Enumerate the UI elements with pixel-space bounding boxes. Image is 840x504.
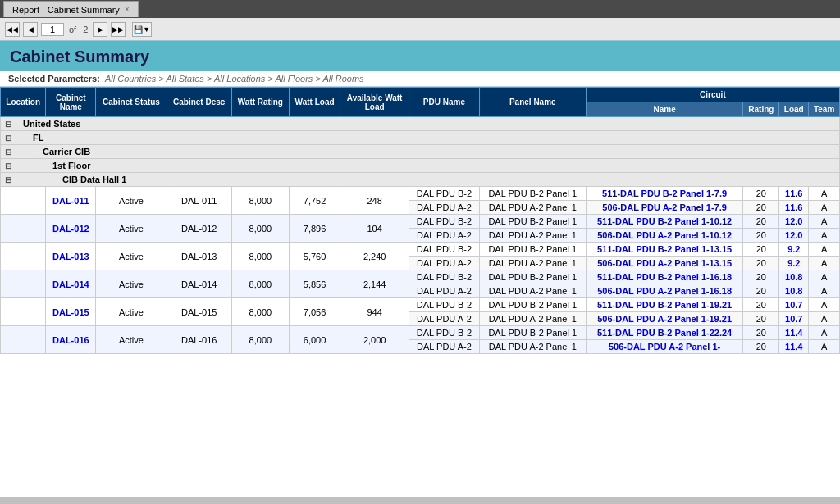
nav-last-button[interactable]: ▶▶ <box>111 22 126 37</box>
circuit-name-cell: 511-DAL PDU B-2 Panel 1-22.24 <box>586 326 743 340</box>
avail-watt-cell: 2,000 <box>340 326 409 354</box>
cabinet-status-cell: Active <box>96 270 167 298</box>
pdu-name-cell: DAL PDU B-2 <box>409 243 480 257</box>
circuit-rating-cell: 20 <box>743 312 779 326</box>
cabinet-name-cell[interactable]: DAL-012 <box>46 215 96 243</box>
panel-name-cell: DAL PDU A-2 Panel 1 <box>479 229 586 243</box>
col-pdu-name: PDU Name <box>409 88 480 117</box>
pdu-name-cell: DAL PDU A-2 <box>409 257 480 270</box>
col-panel-name: Panel Name <box>479 88 586 117</box>
watt-rating-cell: 8,000 <box>231 243 289 270</box>
cabinet-name-cell[interactable]: DAL-011 <box>46 187 96 215</box>
cabinet-desc-cell: DAL-011 <box>167 187 231 215</box>
circuit-load-cell: 11.4 <box>779 326 809 340</box>
pdu-name-cell: DAL PDU B-2 <box>409 215 480 229</box>
panel-name-cell: DAL PDU B-2 Panel 1 <box>479 215 586 229</box>
report-title: Cabinet Summary <box>10 48 830 66</box>
group-label: Carrier CIB <box>13 147 90 157</box>
cabinet-status-cell: Active <box>96 298 167 326</box>
circuit-load-cell: 12.0 <box>779 229 809 243</box>
watt-load-cell: 7,752 <box>289 187 340 215</box>
export-button[interactable]: 💾 ▼ <box>132 22 152 37</box>
circuit-team-cell: A <box>809 284 840 298</box>
cabinet-desc-cell: DAL-014 <box>167 270 231 298</box>
circuit-team-cell: A <box>809 270 840 284</box>
panel-name-cell: DAL PDU A-2 Panel 1 <box>479 201 586 215</box>
group-row: ⊟United States <box>1 117 840 131</box>
table-row: DAL-011ActiveDAL-0118,0007,752248DAL PDU… <box>1 187 840 201</box>
col-circuit-name: Name <box>586 102 743 117</box>
circuit-rating-cell: 20 <box>743 326 779 340</box>
panel-name-cell: DAL PDU A-2 Panel 1 <box>479 312 586 326</box>
circuit-team-cell: A <box>809 187 840 201</box>
panel-name-cell: DAL PDU B-2 Panel 1 <box>479 326 586 340</box>
circuit-rating-cell: 20 <box>743 243 779 257</box>
circuit-name-cell: 511-DAL PDU B-2 Panel 1-7.9 <box>586 187 743 201</box>
location-cell <box>1 215 46 243</box>
nav-next-button[interactable]: ▶ <box>93 22 107 37</box>
circuit-team-cell: A <box>809 312 840 326</box>
pdu-name-cell: DAL PDU B-2 <box>409 187 480 201</box>
cabinet-desc-cell: DAL-012 <box>167 215 231 243</box>
group-label: FL <box>13 133 43 143</box>
nav-prev-button[interactable]: ◀ <box>23 22 38 37</box>
circuit-load-cell: 12.0 <box>779 215 809 229</box>
col-cabinet-name: CabinetName <box>46 88 96 117</box>
table-row: DAL-016ActiveDAL-0168,0006,0002,000DAL P… <box>1 326 840 340</box>
avail-watt-cell: 248 <box>340 187 409 215</box>
params-label: Selected Parameters: <box>8 74 100 84</box>
cabinet-status-cell: Active <box>96 326 167 354</box>
watt-load-cell: 5,760 <box>289 243 340 270</box>
circuit-team-cell: A <box>809 229 840 243</box>
col-avail-watt: Available WattLoad <box>340 88 409 117</box>
cabinet-name-cell[interactable]: DAL-014 <box>46 270 96 298</box>
export-dropdown-icon: ▼ <box>143 25 150 34</box>
pdu-name-cell: DAL PDU A-2 <box>409 201 480 215</box>
location-cell <box>1 326 46 354</box>
circuit-team-cell: A <box>809 298 840 312</box>
panel-name-cell: DAL PDU B-2 Panel 1 <box>479 243 586 257</box>
watt-load-cell: 5,856 <box>289 270 340 298</box>
group-label: CIB Data Hall 1 <box>13 175 126 184</box>
circuit-name-cell: 506-DAL PDU A-2 Panel 1-16.18 <box>586 284 743 298</box>
circuit-rating-cell: 20 <box>743 201 779 215</box>
circuit-rating-cell: 20 <box>743 187 779 201</box>
circuit-team-cell: A <box>809 215 840 229</box>
avail-watt-cell: 944 <box>340 298 409 326</box>
group-row: ⊟1st Floor <box>1 159 840 173</box>
col-circuit-group: Circuit <box>586 88 839 102</box>
pdu-name-cell: DAL PDU B-2 <box>409 270 480 284</box>
avail-watt-cell: 2,144 <box>340 270 409 298</box>
pdu-name-cell: DAL PDU A-2 <box>409 340 480 354</box>
report-tab[interactable]: Report - Cabinet Summary × <box>3 1 139 17</box>
cabinet-name-cell[interactable]: DAL-016 <box>46 326 96 354</box>
circuit-load-cell: 10.8 <box>779 284 809 298</box>
cabinet-status-cell: Active <box>96 187 167 215</box>
location-cell <box>1 187 46 215</box>
circuit-load-cell: 10.7 <box>779 312 809 326</box>
circuit-name-cell: 511-DAL PDU B-2 Panel 1-16.18 <box>586 270 743 284</box>
watt-load-cell: 7,056 <box>289 298 340 326</box>
panel-name-cell: DAL PDU B-2 Panel 1 <box>479 270 586 284</box>
circuit-load-cell: 9.2 <box>779 243 809 257</box>
nav-first-button[interactable]: ◀◀ <box>5 22 20 37</box>
col-circuit-rating: Rating <box>743 102 779 117</box>
watt-load-cell: 7,896 <box>289 215 340 243</box>
cabinet-desc-cell: DAL-015 <box>167 298 231 326</box>
tab-close-icon[interactable]: × <box>125 5 130 14</box>
circuit-rating-cell: 20 <box>743 270 779 284</box>
circuit-rating-cell: 20 <box>743 284 779 298</box>
tab-bar: Report - Cabinet Summary × <box>0 0 840 18</box>
page-number-input[interactable] <box>41 23 64 36</box>
location-cell <box>1 270 46 298</box>
group-row: ⊟Carrier CIB <box>1 145 840 159</box>
circuit-rating-cell: 20 <box>743 257 779 270</box>
col-location: Location <box>1 88 46 117</box>
table-body: ⊟United States⊟FL⊟Carrier CIB⊟1st Floor⊟… <box>1 117 840 354</box>
table-row: DAL-013ActiveDAL-0138,0005,7602,240DAL P… <box>1 243 840 257</box>
circuit-team-cell: A <box>809 243 840 257</box>
cabinet-name-cell[interactable]: DAL-015 <box>46 298 96 326</box>
cabinet-name-cell[interactable]: DAL-013 <box>46 243 96 270</box>
table-container[interactable]: Location CabinetName Cabinet Status Cabi… <box>0 87 840 497</box>
table-row: DAL-012ActiveDAL-0128,0007,896104DAL PDU… <box>1 215 840 229</box>
